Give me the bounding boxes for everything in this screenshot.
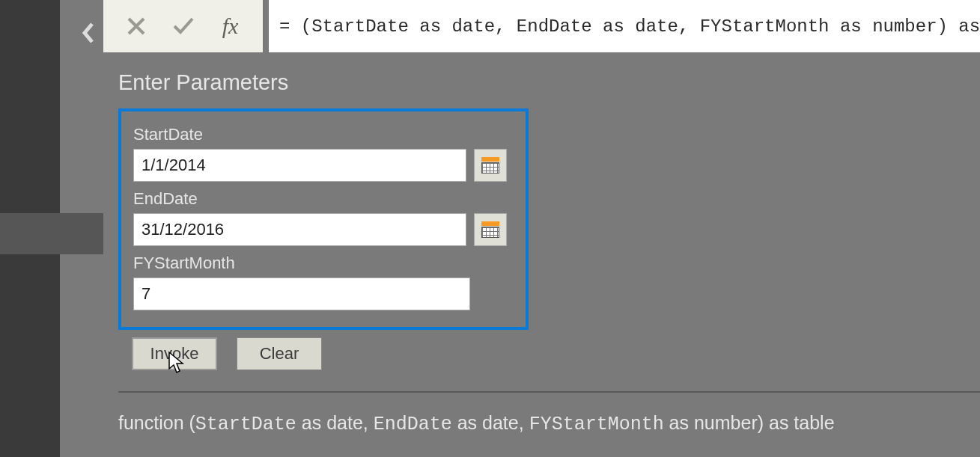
clear-button[interactable]: Clear — [237, 337, 322, 370]
calendar-icon — [481, 157, 499, 174]
parameters-box: StartDate EndDate FYStartMonth — [118, 108, 529, 330]
left-highlight-band — [0, 213, 103, 254]
fy-start-month-label: FYStartMonth — [133, 254, 514, 273]
x-icon — [127, 16, 146, 36]
start-date-picker-button[interactable] — [474, 149, 507, 182]
fx-button[interactable]: fx — [216, 11, 246, 41]
left-panel — [0, 0, 103, 457]
end-date-label: EndDate — [133, 189, 514, 209]
function-signature: function (StartDate as date, EndDate as … — [118, 412, 980, 435]
start-date-input[interactable] — [133, 149, 466, 182]
formula-bar-row: fx = (StartDate as date, EndDate as date… — [103, 0, 980, 52]
page-title: Enter Parameters — [118, 70, 980, 95]
sig-p1: StartDate — [195, 414, 296, 435]
cancel-formula-button[interactable] — [121, 11, 151, 41]
sig-p3: FYStartMonth — [529, 414, 664, 435]
invoke-button[interactable]: Invoke — [132, 337, 217, 370]
content-area: Enter Parameters StartDate EndDate — [103, 52, 980, 435]
back-button[interactable] — [73, 18, 103, 48]
sig-as3: as number) as table — [664, 412, 835, 433]
chevron-left-icon — [80, 22, 97, 43]
confirm-formula-button[interactable] — [168, 11, 198, 41]
check-icon — [172, 16, 195, 36]
sig-p2: EndDate — [374, 414, 452, 435]
formula-gap — [263, 0, 269, 52]
fy-start-month-input[interactable] — [133, 277, 470, 310]
end-date-input[interactable] — [133, 213, 466, 246]
calendar-icon — [481, 221, 499, 238]
formula-controls: fx — [103, 0, 263, 52]
end-date-picker-button[interactable] — [474, 213, 507, 246]
start-date-label: StartDate — [133, 125, 514, 144]
sig-as2: as date, — [452, 412, 529, 433]
formula-input[interactable]: = (StartDate as date, EndDate as date, F… — [269, 0, 980, 52]
fx-icon: fx — [222, 13, 239, 39]
sig-prefix: function ( — [118, 412, 195, 433]
divider — [118, 391, 980, 393]
main-area: fx = (StartDate as date, EndDate as date… — [103, 0, 980, 457]
sig-as1: as date, — [296, 412, 374, 433]
button-row: Invoke Clear — [118, 337, 980, 370]
